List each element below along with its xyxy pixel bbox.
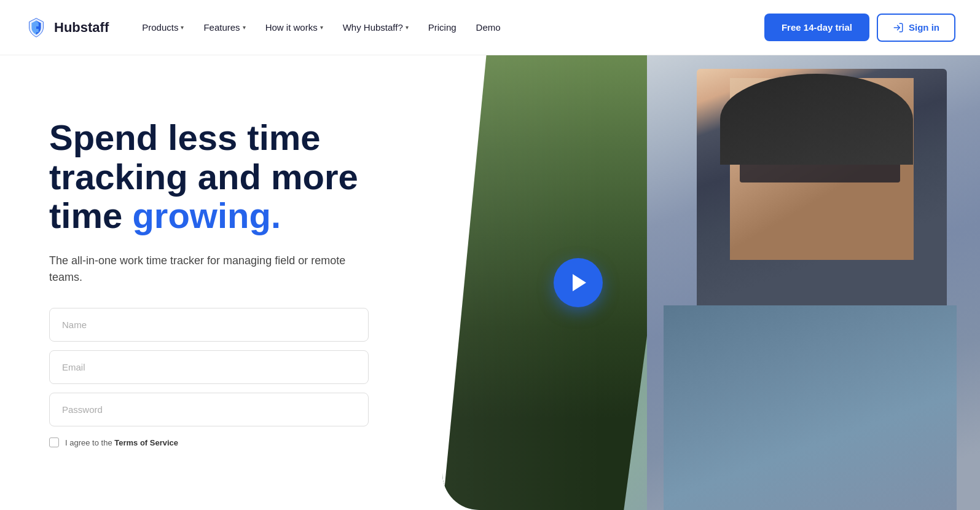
chevron-down-icon: ▾ [406,24,409,31]
nav-right: Free 14-day trial Sign in [764,14,955,42]
terms-text: I agree to the [65,438,114,447]
name-input[interactable] [49,308,369,342]
terms-link[interactable]: Terms of Service [114,438,178,447]
sign-in-label: Sign in [909,22,939,33]
terms-label: I agree to the Terms of Service [65,438,178,447]
nav-item-demo[interactable]: Demo [468,17,509,37]
navbar: Hubstaff Products ▾ Features ▾ How it wo… [0,0,980,55]
hubstaff-logo-icon [25,16,48,39]
sign-in-button[interactable]: Sign in [877,14,955,42]
person-body-area [664,305,957,510]
sign-in-icon [893,22,904,33]
nav-label-how-it-works: How it works [265,22,318,33]
nav-item-products[interactable]: Products ▾ [133,17,192,37]
heading-line1: Spend less time [49,117,321,157]
hero-right [406,55,980,510]
chevron-down-icon: ▾ [320,24,323,31]
nav-label-pricing: Pricing [428,22,457,33]
nav-item-pricing[interactable]: Pricing [420,17,465,37]
terms-checkbox[interactable] [49,437,59,447]
heading-line3-prefix: time [49,195,132,235]
chevron-down-icon: ▾ [181,24,184,31]
nav-label-features: Features [203,22,240,33]
hero-section: Spend less time tracking and more time g… [0,55,980,510]
nav-label-demo: Demo [476,22,501,33]
logo-text: Hubstaff [54,20,109,36]
hero-left: Spend less time tracking and more time g… [0,55,406,510]
password-input[interactable] [49,393,369,426]
hero-image-wrapper [442,55,980,510]
nav-item-how-it-works[interactable]: How it works ▾ [257,17,332,37]
hair [720,74,914,165]
nav-label-why-hubstaff: Why Hubstaff? [343,22,403,33]
heading-line2: tracking and more [49,157,358,197]
hero-subtext: The all-in-one work time tracker for man… [49,253,369,286]
person-bg [647,55,981,510]
logo-link[interactable]: Hubstaff [25,16,109,39]
terms-row: I agree to the Terms of Service [49,437,369,447]
nav-item-why-hubstaff[interactable]: Why Hubstaff? ▾ [334,17,417,37]
nav-links: Products ▾ Features ▾ How it works ▾ Why… [133,17,764,37]
chevron-down-icon: ▾ [243,24,246,31]
play-button[interactable] [554,258,603,307]
heading-line3-highlight: growing. [132,195,281,235]
nav-label-products: Products [142,22,178,33]
signup-form: I agree to the Terms of Service [49,308,369,447]
hero-heading: Spend less time tracking and more time g… [49,118,369,235]
play-icon [573,274,586,291]
email-input[interactable] [49,350,369,384]
free-trial-button[interactable]: Free 14-day trial [764,14,869,41]
nav-item-features[interactable]: Features ▾ [195,17,254,37]
